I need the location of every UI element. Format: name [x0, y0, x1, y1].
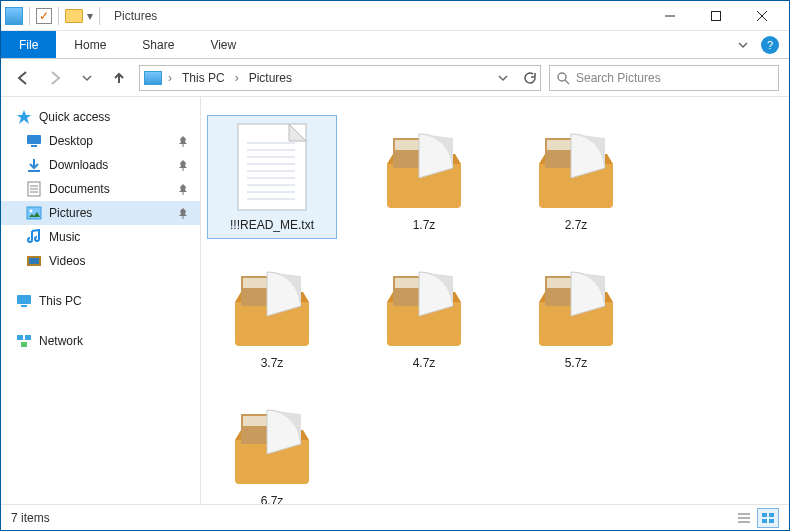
file-name: 2.7z [565, 218, 588, 232]
file-menu[interactable]: File [1, 31, 56, 58]
breadcrumb-current[interactable]: Pictures [245, 71, 296, 85]
svg-rect-45 [395, 278, 419, 288]
search-box[interactable]: Search Pictures [549, 65, 779, 91]
file-item[interactable]: 1.7z [359, 115, 489, 239]
breadcrumb-this-pc[interactable]: This PC [178, 71, 229, 85]
nav-item-desktop[interactable]: Desktop [1, 129, 200, 153]
window-title: Pictures [114, 9, 157, 23]
documents-icon [25, 181, 43, 197]
nav-network-label: Network [39, 334, 83, 348]
help-icon[interactable]: ? [761, 36, 779, 54]
recent-dropdown[interactable] [75, 66, 99, 90]
svg-rect-43 [243, 278, 267, 288]
file-name: !!!READ_ME.txt [230, 218, 314, 232]
close-button[interactable] [739, 1, 785, 31]
file-item[interactable]: 3.7z [207, 253, 337, 377]
pin-icon [178, 159, 190, 171]
pin-icon [178, 183, 190, 195]
svg-line-5 [565, 80, 569, 84]
minimize-button[interactable] [647, 1, 693, 31]
nav-item-label: Documents [49, 182, 110, 196]
nav-this-pc-label: This PC [39, 294, 82, 308]
pc-icon [15, 293, 33, 309]
svg-rect-53 [762, 513, 767, 517]
svg-rect-54 [769, 513, 774, 517]
file-item[interactable]: 5.7z [511, 253, 641, 377]
svg-rect-17 [27, 207, 41, 219]
forward-button[interactable] [43, 66, 67, 90]
address-bar[interactable]: › This PC › Pictures [139, 65, 541, 91]
app-icon [5, 7, 23, 25]
nav-item-label: Downloads [49, 158, 108, 172]
file-name: 3.7z [261, 356, 284, 370]
file-item[interactable]: 6.7z [207, 391, 337, 504]
new-folder-button[interactable] [65, 9, 83, 23]
desktop-icon [25, 133, 43, 149]
svg-rect-55 [762, 519, 767, 523]
nav-network[interactable]: Network [1, 329, 200, 353]
svg-rect-22 [17, 295, 31, 304]
star-icon [15, 109, 33, 125]
file-item[interactable]: !!!READ_ME.txt [207, 115, 337, 239]
titlebar: ✓ ▾ Pictures [1, 1, 789, 31]
separator [99, 7, 100, 25]
navigation-pane: Quick access DesktopDownloadsDocumentsPi… [1, 97, 201, 504]
item-count: 7 items [11, 511, 50, 525]
nav-item-videos[interactable]: Videos [1, 249, 200, 273]
file-item[interactable]: 2.7z [511, 115, 641, 239]
ribbon: File Home Share View ? [1, 31, 789, 59]
svg-rect-26 [21, 342, 27, 347]
properties-toggle[interactable]: ✓ [36, 8, 52, 24]
file-item[interactable]: 4.7z [359, 253, 489, 377]
status-bar: 7 items [1, 504, 789, 530]
address-dropdown-icon[interactable] [498, 73, 508, 83]
file-name: 6.7z [261, 494, 284, 504]
nav-this-pc[interactable]: This PC [1, 289, 200, 313]
search-icon [556, 71, 570, 85]
chevron-right-icon[interactable]: › [235, 71, 239, 85]
svg-rect-23 [21, 305, 27, 307]
svg-rect-8 [31, 145, 37, 147]
nav-item-pictures[interactable]: Pictures [1, 201, 200, 225]
archive-file-icon [227, 398, 317, 488]
search-placeholder: Search Pictures [576, 71, 661, 85]
content-pane[interactable]: !!!READ_ME.txt1.7z2.7z3.7z4.7z5.7z6.7z [201, 97, 789, 504]
tab-share[interactable]: Share [124, 31, 192, 58]
icons-view-button[interactable] [757, 508, 779, 528]
nav-item-music[interactable]: Music [1, 225, 200, 249]
file-name: 4.7z [413, 356, 436, 370]
svg-rect-24 [17, 335, 23, 340]
archive-file-icon [531, 260, 621, 350]
up-button[interactable] [107, 66, 131, 90]
details-view-button[interactable] [733, 508, 755, 528]
svg-rect-21 [29, 258, 39, 264]
text-file-icon [227, 122, 317, 212]
pin-icon [178, 207, 190, 219]
nav-quick-access[interactable]: Quick access [1, 105, 200, 129]
ribbon-expand-icon[interactable] [737, 39, 749, 51]
svg-point-18 [30, 210, 33, 213]
maximize-button[interactable] [693, 1, 739, 31]
nav-item-documents[interactable]: Documents [1, 177, 200, 201]
refresh-button[interactable] [522, 71, 536, 85]
quick-access-toolbar: ✓ ▾ [5, 7, 104, 25]
svg-rect-25 [25, 335, 31, 340]
nav-quick-access-label: Quick access [39, 110, 110, 124]
videos-icon [25, 253, 43, 269]
chevron-right-icon[interactable]: › [168, 71, 172, 85]
tab-view[interactable]: View [192, 31, 254, 58]
archive-file-icon [379, 122, 469, 212]
svg-rect-47 [547, 278, 571, 288]
file-name: 1.7z [413, 218, 436, 232]
qat-dropdown[interactable]: ▾ [87, 9, 93, 23]
pin-icon [178, 135, 190, 147]
separator [58, 7, 59, 25]
nav-item-label: Music [49, 230, 80, 244]
archive-file-icon [379, 260, 469, 350]
svg-point-4 [558, 73, 566, 81]
tab-home[interactable]: Home [56, 31, 124, 58]
back-button[interactable] [11, 66, 35, 90]
location-icon [144, 71, 162, 85]
nav-item-downloads[interactable]: Downloads [1, 153, 200, 177]
svg-rect-56 [769, 519, 774, 523]
